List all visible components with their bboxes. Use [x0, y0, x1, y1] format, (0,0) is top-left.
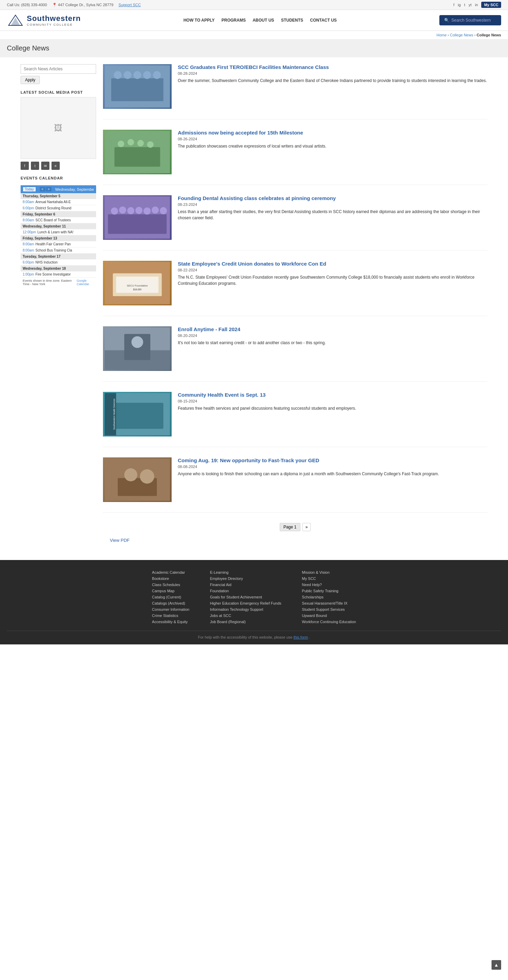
twitter-link[interactable]: t	[464, 3, 465, 7]
social-rss-icon[interactable]: ≡	[51, 162, 60, 170]
article-date: 08-20-2024	[178, 334, 487, 338]
svg-rect-17	[108, 215, 167, 234]
footer-link-consumer-info[interactable]: Consumer Information	[152, 607, 190, 611]
pagination-page-1[interactable]: Page 1	[280, 523, 300, 531]
footer-link-scholarships[interactable]: Scholarships	[302, 595, 356, 599]
article-title[interactable]: Founding Dental Assisting class celebrat…	[178, 195, 487, 201]
footer-link-upward-bound[interactable]: Upward Bound	[302, 614, 356, 618]
footer-link-job-board[interactable]: Job Board (Regional)	[210, 620, 282, 624]
article-desc: The N.C. State Employees' Credit Union F…	[178, 274, 487, 286]
footer-link-class-schedules[interactable]: Class Schedules	[152, 583, 190, 587]
article-image: Southwestern Health Sciences	[103, 392, 172, 436]
svg-point-19	[119, 207, 126, 214]
footer-link-elearning[interactable]: E-Learning	[210, 570, 282, 574]
article-title[interactable]: Enroll Anytime - Fall 2024	[178, 326, 487, 332]
footer-link-it-support[interactable]: Information Technology Support	[210, 607, 282, 611]
calendar-event: 8:00amAnnual Nantahala All-E	[21, 199, 96, 205]
page-title: College News	[7, 44, 501, 52]
svg-text:Southwestern Health Sciences: Southwestern Health Sciences	[113, 398, 115, 430]
footer-link-crime-statistics[interactable]: Crime Statistics	[152, 614, 190, 618]
calendar-today-button[interactable]: Today	[23, 187, 36, 192]
article-image	[103, 457, 172, 502]
pagination-next-button[interactable]: »	[303, 523, 311, 531]
header-search-box[interactable]: 🔍	[440, 15, 501, 25]
calendar-nav: < >	[40, 187, 51, 191]
instagram-link[interactable]: ig	[458, 3, 461, 7]
footer-link-higher-ed[interactable]: Higher Education Emergency Relief Funds	[210, 601, 282, 605]
footer-link-myscc[interactable]: My SCC	[302, 576, 356, 581]
footer-link-bookstore[interactable]: Bookstore	[152, 576, 190, 581]
linkedin-link[interactable]: in	[475, 3, 478, 7]
social-email-icon[interactable]: ✉	[41, 162, 49, 170]
footer-link-mission[interactable]: Mission & Vision	[302, 570, 356, 574]
article-image	[103, 326, 172, 371]
article-content: SCC Graduates First TERO/EBCI Facilities…	[178, 64, 487, 109]
footer-link-public-safety[interactable]: Public Safety Training	[302, 589, 356, 593]
nav-contact-us[interactable]: CONTACT US	[310, 18, 337, 23]
footer-link-financial-aid[interactable]: Financial Aid	[210, 583, 282, 587]
article-item: Admissions now being accepted for 15th M…	[103, 130, 487, 185]
calendar-prev-button[interactable]: <	[40, 187, 45, 191]
footer-link-catalogs-archived[interactable]: Catalogs (Archived)	[152, 601, 190, 605]
svg-point-18	[111, 208, 118, 215]
footer-link-accessibility[interactable]: Accessibility & Equity	[152, 620, 190, 624]
calendar-day-header-fri13: Friday, September 13	[21, 235, 96, 241]
article-title[interactable]: Coming Aug. 19: New opportunity to Fast-…	[178, 457, 487, 463]
svg-point-9	[153, 71, 161, 79]
article-image-placeholder	[103, 64, 172, 109]
nav-programs[interactable]: PROGRAMS	[221, 18, 246, 23]
article-desc: Anyone who is looking to finish their sc…	[178, 471, 487, 477]
myscc-button[interactable]: My SCC	[481, 2, 501, 8]
news-search-input[interactable]	[21, 64, 96, 74]
nav-students[interactable]: STUDENTS	[281, 18, 303, 23]
article-content: State Employee's Credit Union donates to…	[178, 261, 487, 305]
accessibility-end: .	[309, 635, 310, 639]
social-post-placeholder: 🖼	[21, 97, 96, 159]
article-content: Community Health Event is Sept. 13 08-15…	[178, 392, 487, 436]
nav-how-to-apply[interactable]: HOW TO APPLY	[183, 18, 215, 23]
social-twitter-icon[interactable]: t	[31, 162, 39, 170]
footer-link-foundation[interactable]: Foundation	[210, 589, 282, 593]
article-desc: Features free health services and panel …	[178, 405, 487, 411]
calendar-footer: Events shown in time zone: Eastern Time …	[21, 278, 96, 287]
breadcrumb-home[interactable]: Home	[436, 33, 447, 37]
footer-link-goals-student[interactable]: Goals for Student Achievement	[210, 595, 282, 599]
news-search-apply-button[interactable]: Apply	[21, 76, 40, 84]
footer-link-student-support[interactable]: Student Support Services	[302, 607, 356, 611]
top-bar: Call Us: (828) 339-4000 📍 447 College Dr…	[0, 0, 508, 10]
phone-label: Call Us: (828) 339-4000	[7, 3, 47, 7]
svg-marker-1	[11, 18, 20, 25]
footer-col-1: Academic Calendar Bookstore Class Schedu…	[152, 570, 190, 624]
support-scc-link[interactable]: Support SCC	[118, 3, 141, 7]
logo-sub: Community College	[27, 23, 81, 26]
accessibility-form-link[interactable]: this form	[293, 635, 308, 639]
footer-link-employee-directory[interactable]: Employee Directory	[210, 576, 282, 581]
article-title[interactable]: Admissions now being accepted for 15th M…	[178, 130, 487, 135]
facebook-link[interactable]: f	[454, 3, 454, 7]
footer-link-title-ix[interactable]: Sexual Harassment/Title IX	[302, 601, 356, 605]
youtube-link[interactable]: yt	[468, 3, 471, 7]
article-date: 08-15-2024	[178, 399, 487, 403]
svg-point-7	[134, 71, 142, 79]
footer-link-academic-calendar[interactable]: Academic Calendar	[152, 570, 190, 574]
footer-bottom: For help with the accessibility of this …	[7, 631, 501, 639]
footer-link-workforce[interactable]: Workforce Continuing Education	[302, 620, 356, 624]
article-title[interactable]: State Employee's Credit Union donates to…	[178, 261, 487, 267]
calendar-day-header-fri: Friday, September 6	[21, 212, 96, 217]
article-item: Founding Dental Assisting class celebrat…	[103, 195, 487, 250]
calendar-event: 6:00pmDistrict Scouting Round	[21, 205, 96, 212]
footer-link-campus-map[interactable]: Campus Map	[152, 589, 190, 593]
calendar-next-button[interactable]: >	[46, 187, 51, 191]
social-facebook-icon[interactable]: f	[21, 162, 29, 170]
view-pdf-link[interactable]: View PDF	[110, 538, 130, 543]
breadcrumb-current: College News	[476, 33, 501, 37]
footer-link-catalog-current[interactable]: Catalog (Current)	[152, 595, 190, 599]
footer-link-need-help[interactable]: Need Help?	[302, 583, 356, 587]
nav-about-us[interactable]: ABOUT US	[253, 18, 274, 23]
article-title[interactable]: SCC Graduates First TERO/EBCI Facilities…	[178, 64, 487, 70]
header-search-input[interactable]	[451, 18, 496, 23]
breadcrumb-parent[interactable]: College News	[450, 33, 473, 37]
svg-point-23	[152, 207, 159, 214]
footer-link-jobs-scc[interactable]: Jobs at SCC	[210, 614, 282, 618]
article-title[interactable]: Community Health Event is Sept. 13	[178, 392, 487, 398]
